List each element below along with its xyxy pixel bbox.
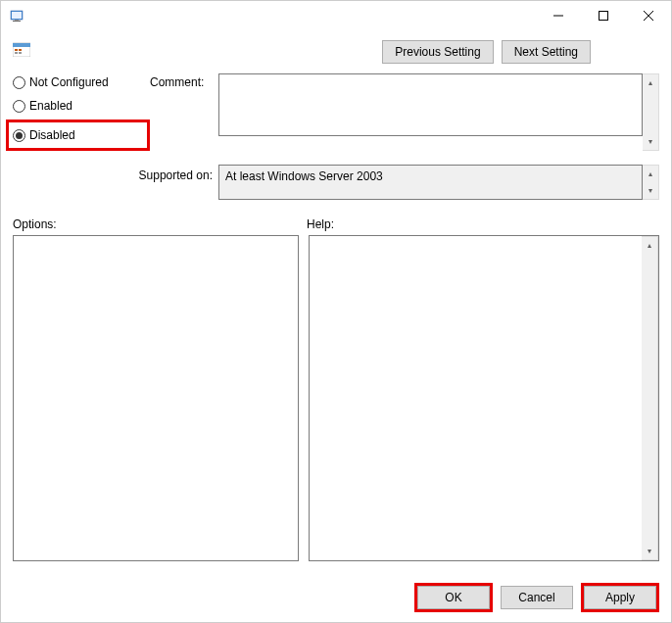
radio-enabled[interactable]: Enabled [13,99,150,113]
svg-rect-3 [13,21,21,22]
scroll-down-icon[interactable]: ▾ [643,182,658,199]
svg-rect-2 [15,20,19,21]
window-controls [536,1,671,30]
apply-button[interactable]: Apply [584,586,656,609]
next-setting-button[interactable]: Next Setting [502,40,591,64]
ok-button[interactable]: OK [417,586,490,609]
scrollbar[interactable]: ▴ ▾ [643,165,659,200]
cancel-button[interactable]: Cancel [501,586,573,609]
titlebar [1,1,671,30]
scroll-down-icon[interactable]: ▾ [642,543,657,559]
radio-disabled[interactable]: Disabled [6,120,150,151]
help-panel: ▴ ▾ [309,235,659,561]
comment-textarea[interactable] [218,73,643,136]
scroll-up-icon[interactable]: ▴ [643,166,658,182]
content-area: Previous Setting Next Setting Not Config… [1,30,671,571]
options-panel [13,235,299,561]
scroll-down-icon[interactable]: ▾ [643,133,658,150]
radio-icon [13,100,25,113]
maximize-button[interactable] [581,1,626,30]
svg-rect-10 [15,49,18,51]
radio-icon [13,129,25,142]
comment-label: Comment: [150,73,218,151]
scrollbar[interactable]: ▴ ▾ [642,236,658,560]
svg-rect-9 [13,43,30,47]
state-radio-group: Not Configured Enabled Disabled [13,73,150,151]
dialog-footer: OK Cancel Apply [1,571,671,622]
svg-rect-12 [15,52,18,54]
radio-label: Enabled [29,99,72,113]
previous-setting-button[interactable]: Previous Setting [382,40,493,64]
svg-rect-11 [19,49,22,51]
app-icon [9,8,24,24]
scroll-up-icon[interactable]: ▴ [642,237,657,254]
settings-tab-icon [13,40,30,58]
radio-icon [13,76,25,89]
policy-dialog: Previous Setting Next Setting Not Config… [0,0,672,623]
help-label: Help: [307,217,334,231]
scroll-up-icon[interactable]: ▴ [643,74,658,91]
svg-rect-5 [600,12,608,21]
minimize-button[interactable] [536,1,581,30]
radio-not-configured[interactable]: Not Configured [13,75,150,89]
options-label: Options: [13,217,307,231]
supported-on-field: At least Windows Server 2003 [218,165,643,200]
scrollbar[interactable]: ▴ ▾ [643,73,659,151]
svg-rect-1 [12,12,22,19]
radio-label: Disabled [29,128,75,142]
svg-rect-13 [19,52,22,54]
close-button[interactable] [626,1,671,30]
radio-label: Not Configured [29,75,109,89]
supported-label: Supported on: [13,165,218,200]
